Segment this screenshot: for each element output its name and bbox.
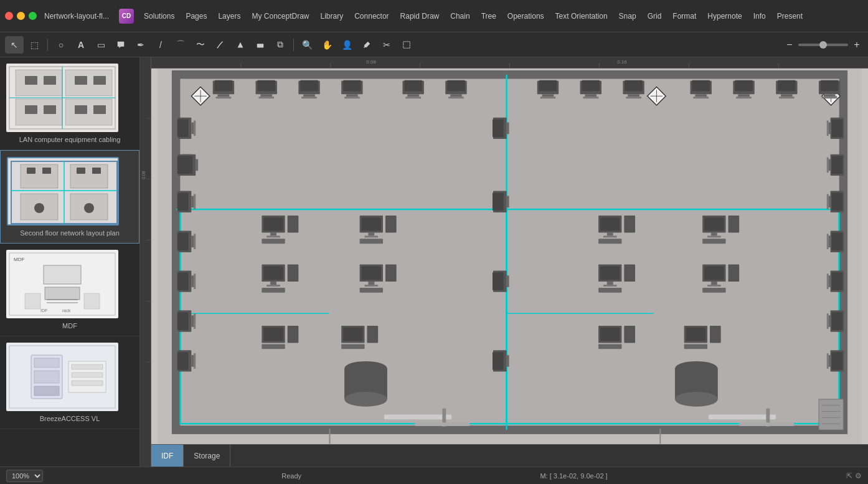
svg-rect-215: [368, 282, 374, 285]
svg-rect-258: [710, 326, 721, 343]
svg-rect-232: [624, 216, 635, 233]
search-tool[interactable]: 🔍: [298, 36, 316, 54]
pan-tool[interactable]: ✋: [318, 36, 336, 54]
zoom-slider[interactable]: [798, 44, 848, 46]
svg-rect-256: [686, 328, 705, 341]
svg-rect-199: [262, 239, 285, 244]
nav-present[interactable]: Present: [772, 9, 808, 23]
text-tool[interactable]: A: [72, 36, 90, 54]
zoom-select[interactable]: 100% 75% 50% 125% 150%: [6, 470, 43, 482]
nav-operations[interactable]: Operations: [502, 9, 549, 23]
frame-tool[interactable]: ⬚: [25, 36, 44, 54]
select-area-tool[interactable]: [397, 36, 416, 54]
select-tool[interactable]: ↖: [5, 36, 24, 54]
rectangle-tool[interactable]: ▭: [92, 36, 110, 54]
svg-rect-248: [707, 285, 721, 287]
svg-rect-149: [191, 196, 194, 207]
svg-rect-211: [262, 288, 285, 293]
svg-rect-265: [384, 414, 451, 419]
minimize-button[interactable]: [17, 12, 25, 20]
nav-tree[interactable]: Tree: [476, 9, 501, 23]
svg-rect-282: [493, 120, 504, 138]
svg-rect-254: [624, 326, 635, 343]
tab-storage[interactable]: Storage: [184, 445, 230, 467]
svg-rect-216: [365, 285, 379, 287]
nav-chain[interactable]: Chain: [445, 9, 474, 23]
nav-format[interactable]: Format: [668, 9, 701, 23]
callout-tool[interactable]: [111, 36, 130, 54]
svg-rect-288: [493, 272, 504, 290]
erase-tool[interactable]: [251, 36, 270, 54]
svg-rect-243: [598, 288, 621, 293]
svg-rect-291: [493, 352, 504, 370]
svg-rect-109: [450, 94, 462, 97]
svg-rect-128: [735, 80, 753, 92]
canvas-content[interactable]: IDF Storage: [151, 69, 868, 467]
svg-rect-192: [832, 352, 843, 370]
svg-rect-106: [405, 97, 421, 98]
nav-layers[interactable]: Layers: [213, 9, 245, 23]
fullscreen-button[interactable]: [29, 12, 37, 20]
nav-info[interactable]: Info: [748, 9, 771, 23]
nav-snap[interactable]: Snap: [614, 9, 641, 23]
arc-tool[interactable]: ⌒: [171, 36, 190, 54]
svg-rect-217: [360, 288, 383, 293]
pen-tool[interactable]: ✒: [131, 36, 150, 54]
expand-icon[interactable]: ⇱: [846, 472, 852, 480]
svg-rect-132: [778, 80, 796, 92]
svg-rect-94: [258, 97, 274, 98]
svg-rect-222: [288, 326, 299, 343]
svg-rect-224: [343, 328, 362, 341]
nav-library[interactable]: Library: [316, 9, 349, 23]
svg-rect-102: [344, 97, 360, 98]
page-thumb-4[interactable]: BreezeACCESS VL: [0, 336, 139, 429]
nav-connector[interactable]: Connector: [349, 9, 394, 23]
svg-rect-148: [177, 193, 189, 211]
fill-tool[interactable]: [231, 36, 250, 54]
app-title: Nertwork-layout-fl...: [44, 12, 109, 21]
zoom-out-button[interactable]: −: [783, 39, 796, 51]
nav-solutions[interactable]: Solutions: [139, 9, 179, 23]
nav-my-conceptdraw[interactable]: My ConceptDraw: [247, 9, 314, 23]
close-button[interactable]: [5, 12, 13, 20]
brush-tool[interactable]: [211, 36, 230, 54]
ellipse-tool[interactable]: ○: [52, 36, 70, 54]
line-tool[interactable]: /: [151, 36, 170, 54]
bottom-tabs: IDF Storage: [151, 444, 868, 467]
nav-rapid-draw[interactable]: Rapid Draw: [395, 9, 445, 23]
svg-rect-1: [403, 41, 410, 48]
svg-rect-247: [711, 282, 717, 285]
coordinates-display: M: [ 3.1e-02, 9.0e-02 ]: [540, 472, 607, 480]
canvas-area[interactable]: m 0.08 0.16 0.08: [140, 57, 868, 484]
svg-rect-138: [822, 97, 837, 98]
page-thumb-2[interactable]: Second floor network layout plan: [0, 150, 139, 244]
nav-grid[interactable]: Grid: [643, 9, 667, 23]
page-preview-4: [6, 343, 118, 411]
user-tool[interactable]: 👤: [337, 36, 356, 54]
zoom-in-button[interactable]: +: [851, 39, 863, 51]
scissors-tool[interactable]: ✂: [377, 36, 396, 54]
svg-rect-257: [684, 344, 707, 349]
zoom-thumb[interactable]: [819, 41, 827, 49]
svg-rect-133: [781, 94, 793, 97]
page-thumb-3[interactable]: MDF IDF rack MDF: [0, 244, 139, 336]
svg-rect-92: [257, 80, 275, 92]
svg-rect-180: [832, 232, 843, 250]
svg-rect-37: [84, 293, 100, 309]
page-preview-3: MDF IDF rack: [6, 250, 118, 318]
nav-hypernote[interactable]: Hypernote: [702, 9, 747, 23]
svg-rect-122: [626, 97, 641, 98]
svg-rect-164: [177, 352, 189, 370]
page-thumb-1[interactable]: LAN computer equipment cabling: [0, 57, 139, 150]
eyedrop-tool[interactable]: [357, 36, 376, 54]
nav-text-orientation[interactable]: Text Orientation: [550, 9, 613, 23]
crop-tool[interactable]: ⧉: [271, 36, 290, 54]
nav-pages[interactable]: Pages: [181, 9, 212, 23]
svg-rect-7: [25, 76, 37, 85]
svg-rect-153: [191, 235, 194, 247]
settings-icon[interactable]: ⚙: [855, 472, 862, 480]
tab-idf[interactable]: IDF: [151, 445, 184, 467]
svg-rect-137: [824, 94, 836, 97]
svg-rect-89: [218, 94, 230, 97]
freehand-tool[interactable]: 〜: [191, 36, 210, 54]
